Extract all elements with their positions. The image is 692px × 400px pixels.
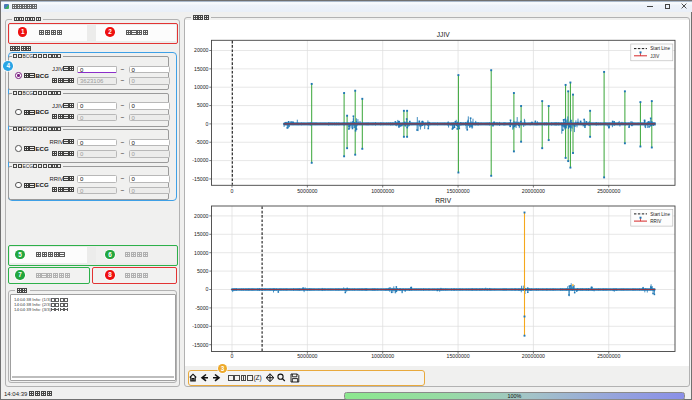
svg-text:RRIV: RRIV (435, 197, 451, 204)
svg-text:25000000: 25000000 (597, 353, 620, 359)
svg-text:-10000: -10000 (192, 323, 208, 329)
svg-text:10000000: 10000000 (371, 188, 394, 194)
svg-text:20000000: 20000000 (522, 188, 545, 194)
svg-text:5000: 5000 (197, 102, 209, 108)
svg-text:20000000: 20000000 (522, 353, 545, 359)
svg-text:-15000: -15000 (192, 342, 208, 348)
svg-text:Start Line: Start Line (650, 46, 670, 51)
svg-text:0: 0 (231, 188, 234, 194)
svg-text:-10000: -10000 (192, 157, 208, 163)
svg-text:10000: 10000 (194, 84, 209, 90)
svg-text:20000: 20000 (194, 213, 209, 219)
svg-text:JJIV: JJIV (437, 31, 450, 38)
svg-text:JJIV: JJIV (650, 54, 660, 59)
svg-text:15000000: 15000000 (447, 353, 470, 359)
svg-text:Start Line: Start Line (650, 212, 670, 217)
svg-text:-5000: -5000 (195, 305, 208, 311)
svg-text:5000: 5000 (197, 268, 209, 274)
svg-text:20000: 20000 (194, 47, 209, 53)
svg-text:10000000: 10000000 (371, 353, 394, 359)
svg-text:5000000: 5000000 (297, 188, 317, 194)
svg-text:15000: 15000 (194, 231, 209, 237)
svg-text:10000: 10000 (194, 250, 209, 256)
svg-text:0: 0 (206, 121, 209, 127)
svg-text:0: 0 (231, 353, 234, 359)
svg-text:-15000: -15000 (192, 176, 208, 182)
svg-text:0: 0 (206, 286, 209, 292)
svg-text:-5000: -5000 (195, 139, 208, 145)
svg-text:RRIV: RRIV (650, 219, 662, 224)
svg-text:25000000: 25000000 (597, 188, 620, 194)
svg-text:15000000: 15000000 (447, 188, 470, 194)
svg-text:5000000: 5000000 (297, 353, 317, 359)
svg-text:15000: 15000 (194, 66, 209, 72)
